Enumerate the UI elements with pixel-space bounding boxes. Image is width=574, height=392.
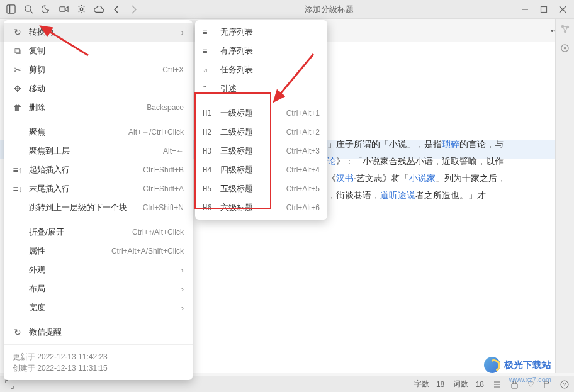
- svg-point-5: [80, 8, 83, 11]
- link-icon[interactable]: [559, 42, 571, 54]
- svg-rect-23: [512, 384, 517, 388]
- link[interactable]: 小说家: [409, 173, 436, 183]
- submenu-item[interactable]: H3三级标题Ctrl+Alt+3: [195, 142, 327, 160]
- menu-item-label: 聚焦: [29, 126, 122, 138]
- menu-item-icon: ⧉: [13, 46, 23, 57]
- menu-item[interactable]: ↻转换为›: [4, 23, 193, 42]
- submenu-item[interactable]: H1一级标题Ctrl+Alt+1: [195, 104, 327, 123]
- menu-item[interactable]: ✂剪切Ctrl+X: [4, 60, 193, 79]
- word-count: 词数 18: [453, 379, 484, 389]
- menu-item-label: 微信提醒: [29, 327, 184, 338]
- submenu-item[interactable]: ≡无序列表: [195, 23, 327, 42]
- submenu-item-label: 有序列表: [220, 45, 320, 57]
- search-icon[interactable]: [20, 1, 37, 18]
- text: 的言论，与: [459, 139, 504, 149]
- submenu-item-label: 五级标题: [220, 183, 280, 194]
- menu-item[interactable]: 宽度›: [4, 298, 193, 317]
- menu-item-icon: ↻: [13, 327, 23, 337]
- menu-item-label: 转换为: [29, 26, 175, 38]
- text: 》：「小说家合残丛小语，近取譬喻，以作: [336, 156, 504, 166]
- submenu-item[interactable]: H6六级标题Ctrl+Alt+6: [195, 198, 327, 217]
- submenu-item[interactable]: ☑任务列表: [195, 60, 327, 79]
- menu-item-label: 聚焦到上层: [29, 145, 157, 157]
- svg-line-3: [30, 11, 33, 13]
- titlebar: 添加分级标题: [0, 0, 574, 19]
- help-icon[interactable]: ?: [560, 380, 569, 389]
- menu-item[interactable]: ↻微信提醒: [4, 323, 193, 342]
- link[interactable]: 论: [327, 156, 336, 166]
- menu-item-label: 属性: [29, 245, 105, 257]
- menu-item-label: 末尾插入行: [29, 183, 137, 194]
- menu-item[interactable]: 🗑删除Backspace: [4, 98, 193, 117]
- menu-item[interactable]: ✥移动: [4, 79, 193, 98]
- gear-icon[interactable]: [73, 1, 89, 18]
- menu-item-shortcut: Alt+→/Ctrl+Click: [128, 128, 184, 137]
- watermark-brand: 极光下载站: [504, 359, 551, 371]
- submenu-item[interactable]: H5五级标题Ctrl+Alt+5: [195, 179, 327, 198]
- close-button[interactable]: [554, 1, 571, 18]
- chevron-right-icon: ›: [181, 284, 184, 294]
- submenu-item[interactable]: H2二级标题Ctrl+Alt+2: [195, 123, 327, 142]
- menu-item-label: 复制: [29, 45, 184, 57]
- menu-item[interactable]: 外观›: [4, 260, 193, 279]
- submenu-item-shortcut: Ctrl+Alt+1: [286, 109, 320, 118]
- menu-item[interactable]: ⧉复制: [4, 42, 193, 60]
- maximize-button[interactable]: [535, 1, 553, 18]
- menu-item[interactable]: ≡↓末尾插入行Ctrl+Shift+A: [4, 179, 193, 198]
- submenu-item-label: 一级标题: [220, 108, 280, 119]
- submenu-item[interactable]: ❝引述: [195, 79, 327, 98]
- right-sidebar: [555, 19, 574, 373]
- menu-separator: [4, 344, 193, 345]
- svg-rect-4: [59, 7, 64, 12]
- submenu-item-icon: H4: [203, 165, 214, 174]
- submenu-item-label: 二级标题: [220, 126, 280, 138]
- menu-item-shortcut: Backspace: [147, 103, 184, 112]
- menu-separator: [4, 220, 193, 220]
- menu-item[interactable]: 聚焦Alt+→/Ctrl+Click: [4, 123, 193, 142]
- window-controls: [516, 1, 571, 18]
- submenu-item[interactable]: H4四级标题Ctrl+Alt+4: [195, 160, 327, 179]
- graph-icon[interactable]: [559, 23, 571, 35]
- submenu-item-label: 任务列表: [220, 64, 320, 76]
- submenu-item-shortcut: Ctrl+Alt+3: [286, 147, 320, 155]
- menu-footer: 更新于 2022-12-13 11:42:23 创建于 2022-12-13 1…: [4, 347, 193, 378]
- context-menu: ↻转换为›⧉复制✂剪切Ctrl+X✥移动🗑删除Backspace 聚焦Alt+→…: [4, 20, 193, 380]
- menu-item[interactable]: ≡↑起始插入行Ctrl+Shift+B: [4, 160, 193, 179]
- svg-rect-0: [6, 5, 14, 13]
- svg-point-2: [25, 6, 30, 11]
- menu-item[interactable]: 折叠/展开Ctrl+↑/Alt+Click: [4, 223, 193, 242]
- link[interactable]: 道听途说: [380, 190, 415, 200]
- submenu-item-shortcut: Ctrl+Alt+5: [286, 184, 320, 193]
- expand-icon[interactable]: [5, 380, 14, 389]
- link[interactable]: 汉书: [336, 173, 354, 183]
- watermark-url: www.xz7.com: [509, 376, 551, 383]
- text: 《: [327, 173, 336, 183]
- list-icon[interactable]: [493, 380, 502, 389]
- text: 」庄子所谓的「小说」，是指: [327, 139, 442, 149]
- submenu-item-label: 四级标题: [220, 164, 280, 176]
- menu-item-label: 起始插入行: [29, 164, 137, 176]
- link[interactable]: 琐碎: [442, 139, 459, 149]
- moon-icon[interactable]: [38, 1, 54, 18]
- back-icon[interactable]: [108, 1, 125, 18]
- watermark: 极光下载站: [484, 357, 551, 373]
- video-icon[interactable]: [55, 1, 72, 18]
- cloud-icon[interactable]: [91, 1, 107, 18]
- chevron-right-icon: ›: [181, 303, 184, 313]
- panel-icon[interactable]: [3, 1, 19, 18]
- menu-item-label: 剪切: [29, 64, 156, 76]
- menu-item[interactable]: 聚焦到上层Alt+←: [4, 142, 193, 160]
- char-count: 字数 18: [414, 379, 445, 389]
- submenu-item-icon: H2: [203, 128, 214, 137]
- menu-item[interactable]: 属性Ctrl+Alt+A/Shift+Click: [4, 242, 193, 260]
- menu-item[interactable]: 布局›: [4, 279, 193, 298]
- menu-item-label: 删除: [29, 102, 140, 113]
- text: 」列为十家之后，: [436, 173, 506, 183]
- minimize-button[interactable]: [516, 1, 534, 18]
- menu-item-label: 跳转到上一层级的下一个块: [29, 202, 137, 213]
- forward-icon[interactable]: [126, 1, 142, 18]
- menu-item[interactable]: 跳转到上一层级的下一个块Ctrl+Shift+N: [4, 198, 193, 217]
- menu-separator: [195, 101, 327, 101]
- submenu-item-label: 六级标题: [220, 202, 280, 213]
- submenu-item[interactable]: ≡有序列表: [195, 42, 327, 60]
